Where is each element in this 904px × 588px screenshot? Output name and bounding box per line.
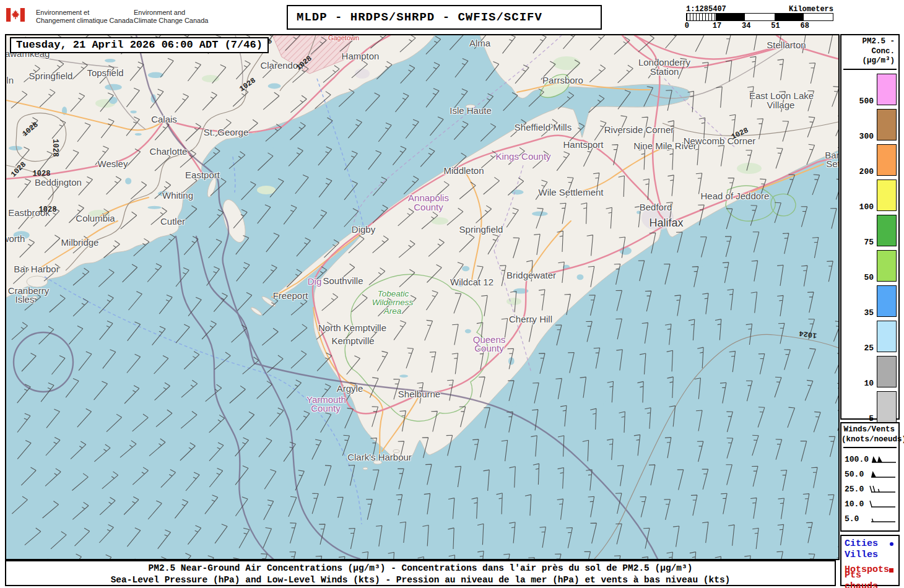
pm25-threshold-value: 500 [859, 97, 877, 105]
pm25-color-swatch [877, 215, 897, 246]
pm25-legend-row: 500 [841, 74, 898, 105]
scale-tick: 68 [800, 22, 809, 30]
scale-bar-ticks: 017345168 [686, 21, 833, 30]
pm25-legend-row: 10 [841, 356, 898, 387]
product-title-box: MLDP - HRDPS/SHRPD - CWFIS/SCIFV [287, 5, 602, 30]
wind-legend: Winds/Vents (knots/noeuds) 100.050.025.0… [840, 422, 900, 532]
pm25-color-swatch [877, 391, 897, 423]
pm25-legend-title: PM2.5 - Conc. (µg/m³) [841, 35, 898, 66]
forecast-map: ttawamkeagolnSpringfieldTopsfieldClarend… [5, 34, 840, 560]
pm25-legend-row: 50 [841, 250, 898, 282]
cities-label-en: Cities [845, 538, 878, 550]
pm25-threshold-value: 50 [864, 274, 877, 282]
pm25-threshold-value: 75 [864, 238, 877, 246]
wind-speed-value: 100.0 [845, 455, 869, 464]
wind-legend-row: 10.0 [841, 496, 898, 511]
scale-segment [775, 14, 804, 20]
pm25-threshold-value: 35 [864, 309, 877, 317]
wind-barb-icon [869, 454, 897, 464]
island-mount-desert [27, 276, 48, 287]
wind-legend-title: Winds/Vents (knots/noeuds) [841, 423, 898, 444]
wind-legend-row: 25.0 [841, 482, 898, 496]
map-scale-bar: 1:1285407 Kilometers 017345168 [686, 4, 833, 31]
city-dot-icon [890, 542, 893, 546]
caption-box: PM2.5 Near-Ground Air Concentrations (µg… [5, 560, 836, 586]
pm25-legend-row: 25 [841, 321, 898, 352]
wind-speed-value: 50.0 [845, 470, 864, 479]
org-name-french: Environnement et Changement climatique C… [36, 9, 133, 25]
wind-barb-icon [868, 484, 897, 494]
scale-segment [804, 14, 833, 20]
pm25-color-swatch [877, 109, 897, 141]
pm25-threshold-value: 25 [864, 344, 877, 352]
valid-time-text: Tuesday, 21 April 2026 06:00 ADT (7/46) [16, 39, 263, 51]
pm25-legend-row: 75 [841, 215, 898, 246]
wind-barb-icon [868, 514, 897, 524]
org-name-english: Environment and Climate Change Canada [134, 9, 208, 25]
pm25-color-swatch [877, 250, 897, 282]
pm25-color-swatch [877, 356, 897, 387]
pm25-legend-rows: 50030020010075503525105 [841, 74, 898, 423]
wind-speed-value: 5.0 [845, 514, 859, 524]
map-canvas [6, 35, 838, 559]
wind-legend-rows: 100.050.025.010.05.0 [841, 452, 898, 526]
pm25-legend: PM2.5 - Conc. (µg/m³) 500300200100755035… [840, 34, 900, 420]
pm25-threshold-value: 5 [869, 415, 877, 423]
wind-speed-value: 10.0 [845, 499, 864, 509]
marker-legend: Cities Villes Hotspots Pts chauds [840, 535, 900, 586]
pm25-legend-row: 200 [841, 144, 898, 176]
caption-line1: PM2.5 Near-Ground Air Concentrations (µg… [6, 563, 835, 574]
pm25-threshold-value: 300 [859, 132, 877, 141]
wind-speed-value: 25.0 [845, 485, 864, 494]
pm25-threshold-value: 200 [859, 168, 877, 176]
valid-time-box: Tuesday, 21 April 2026 06:00 ADT (7/46) [10, 37, 269, 53]
caption-line2: Sea-Level Pressure (hPa) and Low-Level W… [6, 574, 835, 586]
page-header: Environnement et Changement climatique C… [0, 0, 904, 34]
scale-segment [745, 14, 774, 20]
pm25-color-swatch [877, 74, 897, 105]
pm25-legend-row: 5 [841, 391, 898, 423]
pm25-threshold-value: 10 [864, 379, 877, 387]
cities-label-fr: Villes [845, 550, 878, 561]
wind-barb-icon [868, 469, 897, 479]
wind-legend-row: 100.0 [841, 452, 898, 467]
product-title: MLDP - HRDPS/SHRPD - CWFIS/SCIFV [288, 11, 542, 24]
pm25-legend-row: 300 [841, 109, 898, 141]
scale-tick: 34 [742, 22, 750, 30]
scale-ratio: 1:1285407 [686, 5, 726, 14]
pm25-color-swatch [877, 321, 897, 352]
scale-bar-segments [686, 13, 833, 21]
scale-tick: 17 [713, 22, 721, 30]
pm25-legend-row: 100 [841, 179, 898, 211]
scale-tick: 0 [685, 22, 689, 30]
canada-flag-icon [6, 8, 25, 22]
weather-map-page: Environnement et Changement climatique C… [0, 0, 904, 588]
scale-segment [716, 14, 745, 20]
wind-barb-icon [868, 499, 897, 509]
pm25-color-swatch [877, 144, 897, 176]
pm25-color-swatch [877, 179, 897, 211]
hotspots-label-fr: Pts chauds [845, 570, 895, 588]
scale-tick: 51 [771, 22, 780, 30]
wind-legend-row: 50.0 [841, 467, 898, 482]
wind-legend-row: 5.0 [841, 511, 898, 526]
scale-unit: Kilometers [789, 5, 833, 14]
pm25-legend-row: 35 [841, 285, 898, 317]
scale-segment [687, 14, 716, 20]
pm25-color-swatch [877, 285, 897, 317]
pm25-threshold-value: 100 [859, 203, 877, 211]
